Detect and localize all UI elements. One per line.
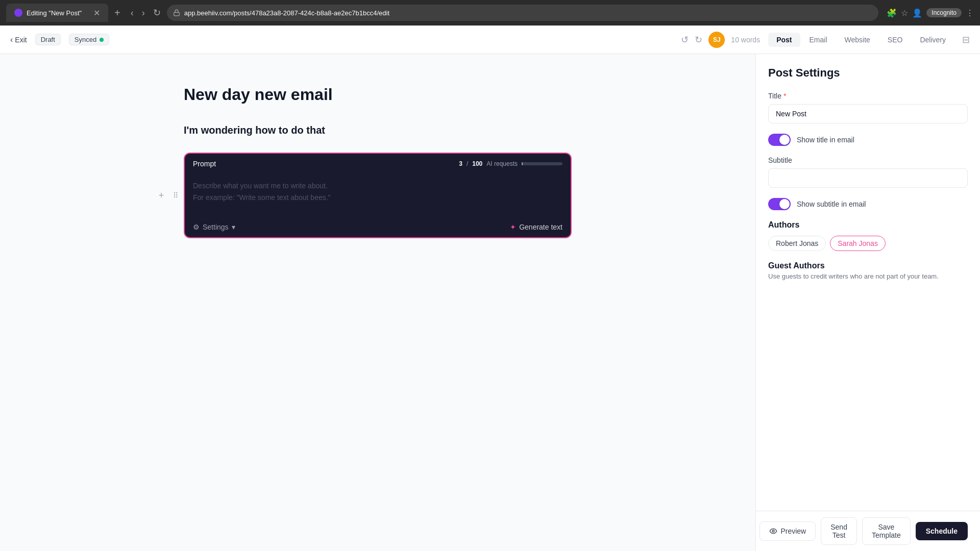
address-bar[interactable]: app.beehiiv.com/posts/478a23a8-2087-424c… (167, 5, 879, 21)
schedule-button[interactable]: Schedule (916, 522, 968, 540)
block-drag-handle[interactable]: ⠿ (169, 189, 182, 202)
url-text: app.beehiiv.com/posts/478a23a8-2087-424c… (184, 9, 873, 17)
show-title-toggle[interactable] (768, 134, 791, 146)
sparkle-icon: ✦ (510, 223, 516, 231)
redo-button[interactable]: ↻ (695, 34, 702, 45)
ai-prompt-textarea[interactable] (185, 174, 571, 215)
settings-chevron-icon: ▾ (232, 223, 235, 231)
show-title-label: Show title in email (797, 136, 854, 144)
menu-button[interactable]: ⋮ (966, 8, 974, 18)
tab-post[interactable]: Post (768, 33, 800, 47)
subtitle-label: Subtitle (768, 156, 968, 164)
title-input[interactable] (768, 104, 968, 123)
title-label-text: Title (768, 92, 781, 100)
author-sarah-name: Sarah Jonas (838, 239, 878, 247)
show-title-toggle-row: Show title in email (768, 134, 968, 146)
guest-authors-form-group: Guest Authors Use guests to credit write… (768, 261, 968, 280)
ai-generate-button[interactable]: ✦ Generate text (510, 223, 562, 231)
forward-button[interactable]: › (140, 6, 147, 20)
ai-generate-label: Generate text (519, 223, 562, 231)
show-subtitle-toggle[interactable] (768, 198, 791, 210)
draft-label: Draft (41, 36, 55, 43)
ai-prompt-header: Prompt 3 / 100 AI requests (185, 154, 571, 174)
user-avatar[interactable]: SJ (708, 32, 725, 48)
synced-dot-icon (100, 38, 104, 42)
exit-label: Exit (15, 36, 27, 44)
schedule-label: Schedule (926, 527, 958, 535)
editor-subtitle[interactable]: I'm wondering how to do that (184, 124, 572, 136)
ai-requests-current: 3 (459, 160, 462, 167)
svg-point-1 (772, 530, 774, 532)
tab-close-icon[interactable]: ✕ (93, 8, 100, 18)
tab-delivery[interactable]: Delivery (912, 33, 954, 47)
incognito-label: Incognito (932, 9, 957, 16)
back-button[interactable]: ‹ (129, 6, 136, 20)
ai-settings-label: Settings (203, 223, 229, 231)
ai-requests-total: 100 (472, 160, 482, 167)
editor-title[interactable]: New day new email (184, 85, 572, 104)
subtitle-input[interactable] (768, 168, 968, 188)
synced-label: Synced (75, 36, 96, 43)
save-template-label: Save Template (872, 523, 901, 539)
extensions-button[interactable]: 🧩 (887, 8, 897, 18)
undo-button[interactable]: ↺ (681, 34, 689, 45)
show-subtitle-label: Show subtitle in email (797, 200, 866, 208)
incognito-badge: Incognito (926, 8, 962, 17)
title-label: Title * (768, 92, 968, 100)
block-add-button[interactable]: + (155, 189, 167, 202)
toggle-knob (779, 135, 790, 145)
editor-area[interactable]: New day new email I'm wondering how to d… (0, 54, 755, 551)
tab-title: Editing "New Post" (27, 9, 82, 17)
ai-requests-info: 3 / 100 AI requests (459, 160, 562, 167)
draft-badge[interactable]: Draft (35, 34, 61, 45)
ai-settings-button[interactable]: ⚙ Settings ▾ (193, 223, 235, 231)
app-header: ‹ Exit Draft Synced ↺ ↻ SJ 10 words Post… (0, 26, 980, 54)
subtitle-toggle-knob (779, 199, 790, 209)
exit-button[interactable]: ‹ Exit (10, 35, 27, 44)
block-controls: + ⠿ (155, 189, 182, 202)
preview-label: Preview (780, 527, 806, 535)
reload-button[interactable]: ↻ (151, 5, 163, 20)
author-chip-sarah[interactable]: Sarah Jonas (830, 236, 886, 251)
post-settings-title: Post Settings (768, 66, 968, 80)
ai-progress-fill (522, 162, 523, 165)
profile-button[interactable]: 👤 (912, 8, 922, 18)
avatar-initials: SJ (713, 36, 721, 43)
right-sidebar: Post Settings Title * Show title in emai… (755, 54, 980, 551)
author-chip-robert[interactable]: Robert Jonas (768, 236, 826, 251)
authors-section-title: Authors (768, 220, 968, 230)
send-test-button[interactable]: Send Test (821, 517, 857, 545)
header-actions: ↺ ↻ SJ 10 words (681, 32, 760, 48)
action-bar: Preview Send Test Save Template Schedule (756, 511, 980, 551)
settings-icon: ⚙ (193, 223, 200, 231)
svg-rect-0 (174, 12, 179, 15)
browser-tab[interactable]: Editing "New Post" ✕ (6, 4, 108, 22)
editor-content: New day new email I'm wondering how to d… (184, 85, 572, 238)
send-test-label: Send Test (830, 523, 847, 539)
save-template-button[interactable]: Save Template (862, 517, 911, 545)
preview-icon (769, 527, 777, 535)
sidebar-toggle-button[interactable]: ⊟ (962, 34, 970, 45)
authors-list: Robert Jonas Sarah Jonas (768, 236, 968, 251)
ai-prompt-container: + ⠿ Prompt 3 / 100 AI requests (184, 153, 572, 238)
new-tab-button[interactable]: + (114, 7, 120, 19)
lock-icon (173, 9, 180, 16)
ai-prompt-label: Prompt (193, 160, 216, 168)
exit-arrow-icon: ‹ (10, 35, 13, 44)
ai-requests-label: AI requests (486, 160, 518, 167)
show-subtitle-toggle-row: Show subtitle in email (768, 198, 968, 210)
synced-badge[interactable]: Synced (69, 34, 109, 45)
browser-chrome: Editing "New Post" ✕ + ‹ › ↻ app.beehiiv… (0, 0, 980, 26)
tab-seo[interactable]: SEO (879, 33, 911, 47)
bookmark-button[interactable]: ☆ (901, 8, 908, 18)
guest-authors-desc: Use guests to credit writers who are not… (768, 272, 968, 280)
tab-email[interactable]: Email (801, 33, 836, 47)
title-form-group: Title * (768, 92, 968, 123)
ai-requests-separator: / (467, 160, 468, 167)
browser-action-buttons: 🧩 ☆ 👤 Incognito ⋮ (887, 8, 974, 18)
author-robert-name: Robert Jonas (776, 239, 818, 247)
browser-nav-controls: ‹ › ↻ (129, 5, 163, 20)
sidebar-scrollable-content[interactable]: Post Settings Title * Show title in emai… (756, 54, 980, 511)
preview-button[interactable]: Preview (760, 521, 816, 541)
tab-website[interactable]: Website (837, 33, 878, 47)
